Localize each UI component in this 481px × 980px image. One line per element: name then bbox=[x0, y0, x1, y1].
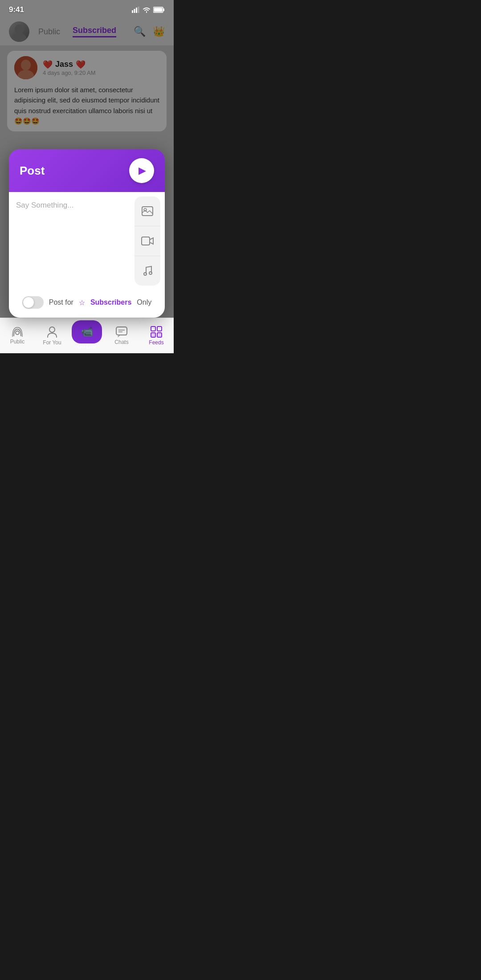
svg-rect-31 bbox=[154, 8, 163, 12]
post-modal: Post ▶ Say Something... bbox=[9, 149, 165, 318]
svg-rect-25 bbox=[132, 10, 133, 13]
post-text-area[interactable]: Say Something... bbox=[9, 192, 135, 290]
subscribers-toggle[interactable] bbox=[22, 296, 44, 309]
feeds-icon bbox=[151, 326, 162, 338]
svg-rect-22 bbox=[157, 327, 162, 331]
svg-point-15 bbox=[149, 272, 152, 274]
chat-icon bbox=[116, 327, 127, 337]
toggle-label: Post for bbox=[49, 298, 73, 306]
nav-label-chats: Chats bbox=[114, 339, 128, 345]
only-label: Only bbox=[137, 298, 151, 306]
svg-rect-27 bbox=[136, 8, 137, 13]
golive-button[interactable]: 📹 bbox=[72, 320, 102, 343]
send-arrow-icon: ▶ bbox=[139, 165, 146, 176]
nav-item-golive[interactable]: 📹 Go Live bbox=[69, 320, 104, 351]
svg-rect-30 bbox=[163, 8, 165, 11]
nav-item-public[interactable]: Public bbox=[0, 327, 35, 345]
svg-point-16 bbox=[16, 331, 19, 335]
svg-rect-23 bbox=[151, 333, 155, 337]
modal-footer: Post for ☆ Subscribers Only bbox=[9, 290, 165, 318]
post-placeholder: Say Something... bbox=[16, 201, 73, 209]
nav-label-foryou: For You bbox=[43, 339, 61, 346]
signal-icon bbox=[132, 7, 140, 13]
music-upload-button[interactable] bbox=[135, 256, 160, 286]
bottom-nav: Public For You 📹 Go Live Chats bbox=[0, 318, 174, 353]
star-icon: ☆ bbox=[79, 298, 85, 307]
send-button[interactable]: ▶ bbox=[129, 158, 154, 183]
svg-rect-21 bbox=[151, 327, 155, 331]
broadcast-icon bbox=[12, 327, 23, 337]
toggle-knob bbox=[23, 297, 34, 308]
status-icons bbox=[132, 7, 165, 13]
media-actions bbox=[135, 196, 160, 286]
video-upload-button[interactable] bbox=[135, 226, 160, 256]
svg-point-17 bbox=[49, 327, 55, 332]
image-icon bbox=[142, 206, 153, 216]
svg-point-14 bbox=[144, 273, 147, 275]
subscribers-label: Subscribers bbox=[90, 298, 131, 306]
modal-title: Post bbox=[20, 164, 45, 178]
nav-label-public: Public bbox=[10, 339, 25, 345]
battery-icon bbox=[153, 7, 165, 13]
wifi-icon bbox=[143, 7, 151, 13]
video-camera-icon: 📹 bbox=[81, 326, 93, 338]
modal-body: Say Something... bbox=[9, 192, 165, 290]
modal-header: Post ▶ bbox=[9, 149, 165, 192]
svg-rect-28 bbox=[138, 7, 139, 13]
video-icon bbox=[141, 237, 154, 245]
music-icon bbox=[143, 265, 152, 276]
nav-item-foryou[interactable]: For You bbox=[35, 326, 69, 346]
person-icon bbox=[47, 326, 57, 338]
nav-label-feeds: Feeds bbox=[149, 339, 163, 346]
status-time: 9:41 bbox=[9, 5, 24, 14]
nav-item-chats[interactable]: Chats bbox=[104, 327, 139, 345]
svg-rect-13 bbox=[142, 237, 150, 245]
svg-rect-24 bbox=[157, 333, 162, 337]
nav-label-golive: Go Live bbox=[77, 343, 96, 350]
nav-item-feeds[interactable]: Feeds bbox=[139, 326, 174, 346]
svg-rect-18 bbox=[116, 327, 127, 335]
svg-rect-26 bbox=[134, 9, 135, 13]
image-upload-button[interactable] bbox=[135, 196, 160, 226]
